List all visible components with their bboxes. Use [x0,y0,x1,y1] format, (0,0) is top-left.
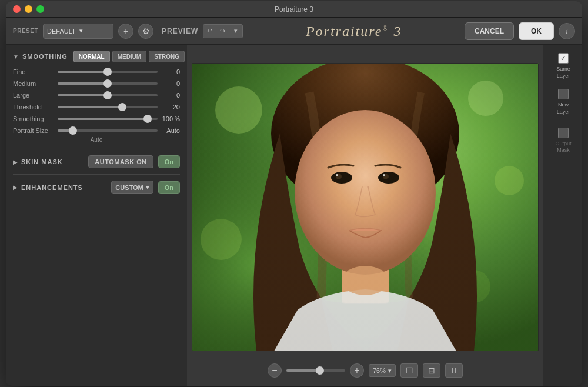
ok-button[interactable]: OK [519,22,554,40]
medium-slider-thumb[interactable] [103,79,112,88]
add-preset-button[interactable]: + [118,24,133,39]
same-layer-checkbox[interactable]: ✓ [558,53,569,64]
new-layer-checkbox[interactable] [558,89,569,99]
maximize-button[interactable] [36,5,44,13]
medium-slider-fill [58,82,108,85]
zoom-slider-thumb[interactable] [316,366,324,375]
output-mask-option[interactable]: OutputMask [547,124,580,158]
large-label: Large [13,92,54,99]
cancel-button[interactable]: CANCEL [465,22,514,40]
preset-dropdown[interactable]: DEFAULT ▾ [43,24,113,39]
center-panel: − + 76% ▾ ☐ ⊟ [187,45,543,386]
redo-button[interactable]: ↪ [216,25,229,38]
skin-mask-controls: AUTOMASK ON On [88,155,180,168]
medium-value: 0 [161,80,180,87]
pause-button[interactable]: ⏸ [445,363,463,378]
minimize-button[interactable] [25,5,32,13]
fine-slider[interactable] [58,71,158,73]
brand-title: Portraiture® 3 [248,22,460,40]
skin-mask-on-button[interactable]: On [158,155,180,168]
window-controls [13,5,44,13]
large-value: 0 [161,92,180,99]
skin-mask-title: SKIN MASK [21,158,63,165]
window-title: Portraiture 3 [275,5,313,14]
large-slider[interactable] [58,94,158,96]
medium-slider-row: Medium 0 [13,80,180,87]
zoom-in-button[interactable]: + [350,363,364,378]
preview-image [192,63,539,351]
smoothing-title: SMOOTHING [22,53,68,60]
smoothing-slider[interactable] [58,118,158,120]
medium-slider[interactable] [58,82,158,85]
large-slider-thumb[interactable] [103,91,112,99]
enhancements-header: ▶ ENHANCEMENTS CUSTOM ▾ On [13,181,180,194]
info-button[interactable]: i [559,23,575,39]
strong-mode-button[interactable]: STRONG [149,51,185,62]
enhancements-dropdown[interactable]: CUSTOM ▾ [111,181,153,194]
portrait-size-value: Auto [161,127,180,134]
app-window: Portraiture 3 PRESET DEFAULT ▾ + ⚙ PREVI… [6,1,582,386]
smoothing-mode-buttons: NORMAL MEDIUM STRONG [74,51,185,62]
single-view-icon: ☐ [406,366,413,375]
output-mask-checkbox[interactable] [558,128,569,138]
medium-mode-button[interactable]: MEDIUM [112,51,147,62]
bottom-bar: − + 76% ▾ ☐ ⊟ [268,363,463,380]
zoom-slider[interactable] [286,369,345,372]
threshold-label: Threshold [13,104,54,111]
fine-slider-thumb[interactable] [103,68,112,76]
new-layer-label: NewLayer [557,102,570,115]
fine-value: 0 [161,68,180,75]
smoothing-label: Smoothing [13,115,54,122]
same-layer-option[interactable]: ✓ SameLayer [547,49,580,83]
large-slider-row: Large 0 [13,92,180,99]
preview-label: PREVIEW [162,27,198,35]
skin-mask-divider [13,149,180,149]
threshold-slider-thumb[interactable] [118,103,126,111]
skin-mask-header: ▶ SKIN MASK AUTOMASK ON On [13,155,180,168]
history-controls: ↩ ↪ ▾ [203,24,243,38]
fine-slider-row: Fine 0 [13,68,180,75]
automask-button[interactable]: AUTOMASK ON [88,155,153,168]
threshold-slider[interactable] [58,106,158,108]
brand-text: Portraiture® 3 [306,24,402,39]
threshold-value: 20 [161,104,180,111]
preset-chevron-icon: ▾ [79,27,109,35]
normal-mode-button[interactable]: NORMAL [74,51,110,62]
portrait-size-sub-label: Auto [13,136,180,143]
custom-chevron-icon: ▾ [146,184,149,191]
smoothing-slider-fill [58,118,148,120]
zoom-out-button[interactable]: − [268,363,282,378]
large-slider-fill [58,94,108,96]
skin-mask-toggle-icon[interactable]: ▶ [13,159,18,165]
zoom-in-icon: + [354,366,359,375]
close-button[interactable] [13,5,21,13]
zoom-out-icon: − [272,366,277,375]
new-layer-option[interactable]: NewLayer [547,85,580,119]
smoothing-header: ▼ SMOOTHING NORMAL MEDIUM STRONG [13,51,180,62]
portrait-size-thumb[interactable] [69,126,77,135]
preview-dropdown-button[interactable]: ▾ [229,25,242,38]
output-mask-label: OutputMask [555,141,571,154]
split-view-button[interactable]: ⊟ [423,363,440,378]
same-layer-label: SameLayer [556,66,570,79]
single-view-button[interactable]: ☐ [400,363,418,378]
svg-rect-18 [192,63,539,351]
portrait-size-slider[interactable] [58,129,158,132]
enhancements-divider [13,174,180,175]
smoothing-toggle-icon[interactable]: ▼ [13,54,19,60]
zoom-value-display[interactable]: 76% ▾ [369,364,396,377]
preset-value: DEFAULT [47,28,77,35]
threshold-slider-fill [58,106,123,108]
redo-icon: ↪ [220,27,225,35]
medium-label: Medium [13,80,54,87]
smoothing-slider-thumb[interactable] [143,115,152,123]
undo-button[interactable]: ↩ [203,25,216,38]
smoothing-slider-row: Smoothing 100 % [13,115,180,122]
custom-label: CUSTOM [115,184,143,191]
preview-container [187,51,543,363]
left-panel: ▼ SMOOTHING NORMAL MEDIUM STRONG Fine 0 [6,45,187,386]
portrait-size-label: Portrait Size [13,127,54,134]
enhancements-on-button[interactable]: On [158,181,180,194]
settings-button[interactable]: ⚙ [138,24,153,39]
enhancements-toggle-icon[interactable]: ▶ [13,184,18,191]
